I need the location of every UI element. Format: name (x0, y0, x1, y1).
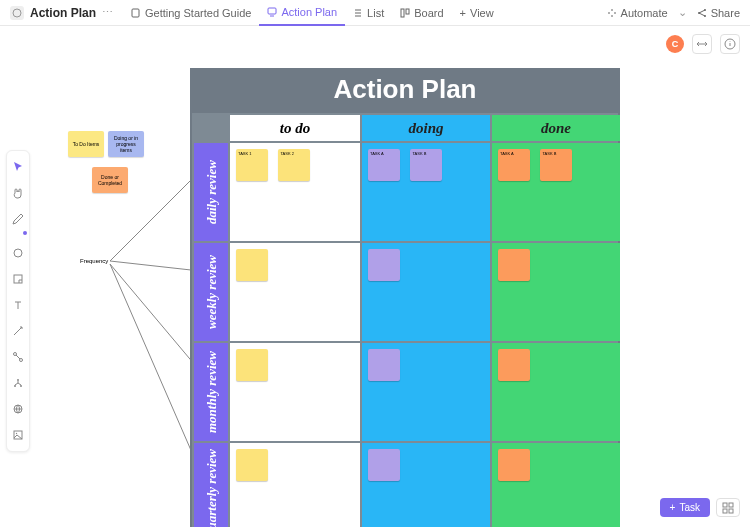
sticky-note[interactable] (498, 349, 530, 381)
task-button-label: Task (679, 502, 700, 513)
whiteboard-canvas[interactable]: To Do Items Doing or in progress items D… (0, 26, 750, 527)
list-icon (353, 8, 363, 18)
plus-icon: + (460, 7, 466, 19)
svg-rect-21 (723, 509, 727, 513)
view-label: View (470, 7, 494, 19)
svg-rect-2 (268, 8, 276, 14)
row-label-quarterly: quarterly review (194, 443, 228, 527)
cell-daily-doing[interactable]: TASK A TASK B (362, 143, 490, 241)
row-label-weekly: weekly review (194, 243, 228, 341)
svg-rect-4 (406, 9, 409, 14)
sticky-note[interactable] (368, 449, 400, 481)
view-board[interactable]: Board (392, 0, 451, 26)
chevron-down-icon[interactable]: ⌄ (678, 6, 687, 19)
sticky-note[interactable]: TASK 1 (236, 149, 268, 181)
cell-quarterly-done[interactable] (492, 443, 620, 527)
connector-lines (0, 26, 200, 526)
plus-icon: + (670, 502, 676, 513)
column-header-done: done (492, 115, 620, 141)
cell-monthly-done[interactable] (492, 343, 620, 441)
topbar: Action Plan ⋯ Getting Started Guide Acti… (0, 0, 750, 26)
svg-rect-3 (401, 9, 404, 17)
sticky-note[interactable] (368, 349, 400, 381)
board-title: Action Plan (190, 68, 620, 113)
sticky-note[interactable]: TASK A (498, 149, 530, 181)
doc-icon (131, 8, 141, 18)
cell-quarterly-todo[interactable] (230, 443, 360, 527)
share-icon (697, 8, 707, 18)
view-label: List (367, 7, 384, 19)
sticky-note[interactable]: TASK 2 (278, 149, 310, 181)
legend-todo-note[interactable]: To Do Items (68, 131, 104, 157)
column-header-todo: to do (230, 115, 360, 141)
sticky-note[interactable] (236, 449, 268, 481)
sticky-note[interactable]: TASK A (368, 149, 400, 181)
view-label: Board (414, 7, 443, 19)
sticky-note[interactable]: TASK B (410, 149, 442, 181)
cell-quarterly-doing[interactable] (362, 443, 490, 527)
bottom-controls: + Task (660, 498, 740, 517)
view-add[interactable]: + View (452, 0, 502, 26)
space-icon[interactable] (10, 6, 24, 20)
action-plan-board[interactable]: Action Plan to do doing done daily revie… (190, 68, 620, 527)
header-spacer (194, 115, 228, 141)
whiteboard-icon (267, 7, 277, 17)
row-label-daily: daily review (194, 143, 228, 241)
cell-monthly-doing[interactable] (362, 343, 490, 441)
apps-button[interactable] (716, 498, 740, 517)
legend-done-note[interactable]: Done or Completed (92, 167, 128, 193)
view-label: Getting Started Guide (145, 7, 251, 19)
row-label-monthly: monthly review (194, 343, 228, 441)
cell-daily-done[interactable]: TASK A TASK B (492, 143, 620, 241)
board-icon (400, 8, 410, 18)
cell-weekly-done[interactable] (492, 243, 620, 341)
legend-doing-note[interactable]: Doing or in progress items (108, 131, 144, 157)
svg-rect-20 (729, 503, 733, 507)
view-label: Action Plan (281, 6, 337, 18)
svg-rect-22 (729, 509, 733, 513)
task-button[interactable]: + Task (660, 498, 710, 517)
sticky-note[interactable] (368, 249, 400, 281)
view-list[interactable]: List (345, 0, 392, 26)
view-getting-started[interactable]: Getting Started Guide (123, 0, 259, 26)
svg-point-0 (13, 9, 21, 17)
svg-rect-19 (723, 503, 727, 507)
automate-button[interactable]: Automate (607, 7, 668, 19)
more-icon[interactable]: ⋯ (102, 6, 113, 19)
sticky-note[interactable] (498, 249, 530, 281)
share-label: Share (711, 7, 740, 19)
sticky-note[interactable] (498, 449, 530, 481)
grid-icon (722, 502, 734, 514)
view-action-plan[interactable]: Action Plan (259, 0, 345, 26)
sticky-note[interactable] (236, 249, 268, 281)
cell-weekly-todo[interactable] (230, 243, 360, 341)
frequency-label[interactable]: Frequency (76, 256, 112, 266)
cell-weekly-doing[interactable] (362, 243, 490, 341)
sticky-note[interactable] (236, 349, 268, 381)
column-header-doing: doing (362, 115, 490, 141)
sticky-note[interactable]: TASK B (540, 149, 572, 181)
cell-monthly-todo[interactable] (230, 343, 360, 441)
share-button[interactable]: Share (697, 7, 740, 19)
cell-daily-todo[interactable]: TASK 1 TASK 2 (230, 143, 360, 241)
svg-rect-1 (132, 9, 139, 17)
page-title[interactable]: Action Plan (30, 6, 96, 20)
automate-icon (607, 8, 617, 18)
automate-label: Automate (621, 7, 668, 19)
